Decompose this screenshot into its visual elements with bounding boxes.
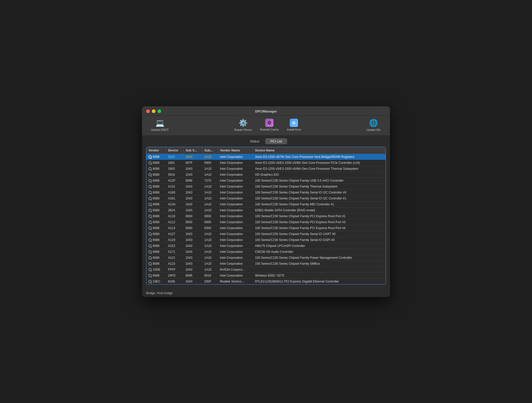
cell-subv: 1043 [183,278,202,284]
cell-sub: 1A10 [202,166,218,172]
table-row[interactable]: 8086282A10431A10Intel Corporation82801 M… [146,207,386,213]
table-row[interactable]: 8086591610431A10Intel CorporationHD Grap… [146,172,386,178]
table-row[interactable]: 8086190310431A10Intel CorporationXeon E3… [146,166,386,172]
cell-vendor: 10DE [146,267,166,272]
cell-vendor: 8086 [146,272,166,278]
cell-subv: 8086 [183,272,202,278]
cell-sub: 1A10 [202,243,218,249]
search-icon [148,209,152,212]
table-row[interactable]: 8086A16110431A10Intel Corporation100 Ser… [146,195,386,201]
cell-vendor-name: Intel Corporation [218,183,253,189]
cell-vendor: 8086 [146,243,166,249]
cell-device: A127 [166,231,183,237]
table-row[interactable]: 808624FD80860010Intel CorporationWireles… [146,272,386,278]
cell-device: A13A [166,201,183,207]
search-icon [148,256,152,259]
cell-vendor-name: Intel Corporation [218,219,253,225]
cell-subv: 1043 [183,166,202,172]
toolbar-update-ids[interactable]: 🌐 Update IDs [362,118,385,132]
table-row[interactable]: 8086A11300000000Intel Corporation100 Ser… [146,225,386,231]
cell-vendor-name: Intel Corporation [218,154,253,160]
cell-vendor-name: Intel Corporation [218,243,253,249]
tab-status[interactable]: Status [245,138,265,144]
cell-subv: 1043 [183,207,202,213]
cell-sub: 1A10 [202,267,218,272]
cell-vendor-name: Intel Corporation [218,195,253,201]
table-row[interactable]: 8086A16010431A10Intel Corporation100 Ser… [146,189,386,195]
minimize-button[interactable] [152,109,155,113]
toolbar-rebuild-cache[interactable]: ⚙ Rebuild Cache [256,118,283,132]
cell-vendor-name: Intel Corporation [218,255,253,261]
cell-device: A152 [166,243,183,249]
cell-subv: 1043 [183,183,202,189]
search-icon [148,215,152,218]
table-row[interactable]: 8086A12F80867270Intel Corporation100 Ser… [146,178,386,183]
table-row[interactable]: 8086591010431A10Intel CorporationXeon E3… [146,154,386,160]
table-row[interactable]: 8086A12110431A10Intel Corporation100 Ser… [146,255,386,261]
search-icon [148,238,152,241]
cell-subv: 1043 [183,243,202,249]
search-icon [148,262,152,265]
table-row[interactable]: 8086A17110431A10Intel CorporationCM238 H… [146,249,386,255]
toolbar-install-kext[interactable]: ⊕ Install Kext [283,118,305,132]
tab-pci-list[interactable]: PCI List [265,138,287,144]
cell-sub: 1A10 [202,255,218,261]
cell-device-name: Xeon E3-1200 v5/E3-1500 v5/6th Gen Core … [253,160,386,166]
kext-icon: ⊕ [290,119,298,127]
main-window: DPCIManager 💻 Extract DSDT ⚙️ Repair Per… [142,106,390,297]
traffic-lights [146,109,161,113]
cell-device-name: 100 Series/C230 Series Chipset Family SM… [253,261,386,267]
table-row[interactable]: 10DEFFFF10431A10NVIDIA Corpora... [146,267,386,272]
table-row[interactable]: 8086A12310431A10Intel Corporation100 Ser… [146,261,386,267]
cell-vendor: 8086 [146,255,166,261]
col-subv: Sub V... [183,147,202,154]
search-icon [148,232,152,236]
laptop-icon: 💻 [155,119,165,127]
cell-device-name: 100 Series/C230 Series Chipset Family Po… [253,255,386,261]
search-icon [148,197,152,200]
table-row[interactable]: 8086A13110431A10Intel Corporation100 Ser… [146,183,386,189]
cell-subv: 8086 [183,178,202,183]
table-row[interactable]: 8086A15210431A10Intel CorporationHM175 C… [146,243,386,249]
cell-vendor-name: Intel Corporation [218,213,253,219]
cell-device-name: 100 Series/C230 Series Chipset Family Th… [253,183,386,189]
cell-device-name: RTL8111/8168/8411 PCI Express Gigabit Et… [253,278,386,284]
cell-vendor-name: Intel Corporation [218,237,253,243]
table-row[interactable]: 8086A11000000000Intel Corporation100 Ser… [146,213,386,219]
col-vendor-name: Vendor Name [218,147,253,154]
cell-sub: 0000 [202,213,218,219]
toolbar-repair-perms[interactable]: ⚙️ Repair Perms [230,118,256,132]
table-row[interactable]: 8086A13A10431A10Intel Corporation100 Ser… [146,201,386,207]
close-button[interactable] [146,109,150,113]
cell-subv: 1043 [183,261,202,267]
cell-device: A131 [166,183,183,189]
table-row[interactable]: 10EC81681043200FRealtek Semico...RTL8111… [146,278,386,284]
cell-vendor: 8086 [146,160,166,166]
maximize-button[interactable] [158,109,161,113]
cell-vendor: 8086 [146,172,166,178]
table-row[interactable]: 8086A12710431A10Intel Corporation100 Ser… [146,231,386,237]
content-area: Vendor Device Sub V... Sub... Vendor Nam… [142,147,390,289]
cell-device-name: 100 Series/C230 Series Chipset Family PC… [253,225,386,231]
cell-device: A110 [166,213,183,219]
search-icon [148,274,152,277]
cell-vendor: 8086 [146,201,166,207]
cell-vendor: 8086 [146,207,166,213]
table-row[interactable]: 8086A12910431A10Intel Corporation100 Ser… [146,237,386,243]
search-icon [148,250,152,253]
cell-subv: 1043 [183,267,202,272]
search-icon [148,280,152,283]
search-icon [148,191,152,194]
cell-vendor-name: Intel Corporation [218,207,253,213]
cell-device-name: Xeon E3-1200 v6/7th Gen Core Processor H… [253,154,386,160]
table-row[interactable]: 80861901007F0000Intel CorporationXeon E3… [146,160,386,166]
cell-vendor: 8086 [146,225,166,231]
cell-device-name: 100 Series/C230 Series Chipset Family Se… [253,195,386,201]
cell-vendor: 8086 [146,195,166,201]
cell-device-name: 82801 Mobile SATA Controller [RAID mode] [253,207,386,213]
cell-subv: 1043 [183,195,202,201]
cell-device: A161 [166,195,183,201]
cell-sub: 1A10 [202,237,218,243]
table-row[interactable]: 8086A11200000000Intel Corporation100 Ser… [146,219,386,225]
toolbar-extract-dsdt[interactable]: 💻 Extract DSDT [147,118,173,132]
